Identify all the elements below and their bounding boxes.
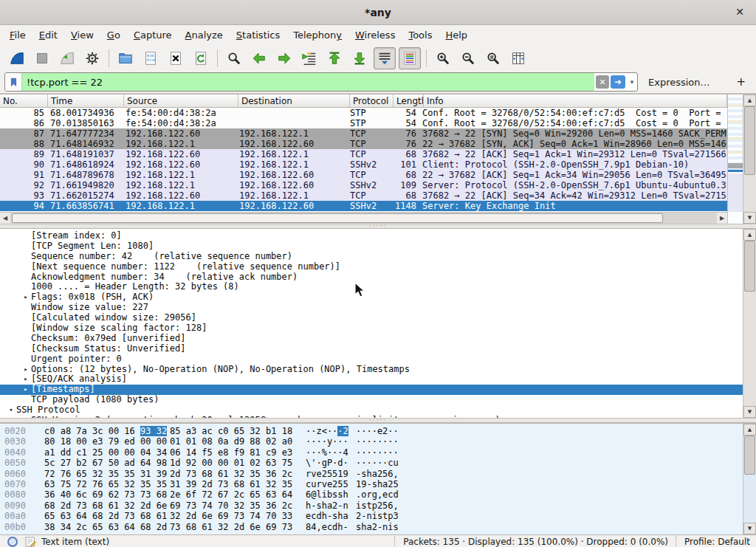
menu-telephony[interactable]: Telephony (286, 27, 348, 43)
detail-line[interactable]: TCP payload (1080 bytes) (0, 395, 743, 405)
go-to-packet-icon[interactable] (298, 47, 320, 69)
column-header-length[interactable]: Length (394, 94, 424, 107)
hex-row-00b0[interactable]: 00b038 34 2c 65 63 64 68 2d73 68 61 32 2… (0, 522, 743, 532)
hscroll-thumb[interactable] (12, 213, 663, 223)
detail-line[interactable]: ▸[SEQ/ACK analysis] (0, 374, 743, 385)
detail-line[interactable]: [TCP Segment Len: 1080] (0, 241, 743, 252)
close-file-icon[interactable] (165, 47, 187, 69)
detail-line[interactable]: [Window size scaling factor: 128] (0, 323, 743, 334)
expand-arrow-icon[interactable]: ▸ (21, 385, 31, 395)
detail-line[interactable]: [Calculated window size: 29056] (0, 313, 743, 323)
expand-arrow-icon[interactable]: ▸ (21, 365, 31, 375)
go-last-icon[interactable] (348, 47, 371, 69)
go-first-icon[interactable] (323, 47, 346, 69)
detail-line[interactable]: ▸Options: (12 bytes), No-Operation (NOP)… (0, 365, 743, 375)
hex-row-0080[interactable]: 008036 40 6c 69 62 73 73 682e 6f 72 67 2… (0, 489, 743, 500)
column-header-info[interactable]: Info (424, 94, 727, 107)
resize-columns-icon[interactable] (507, 47, 529, 69)
reload-file-icon[interactable] (190, 47, 212, 69)
filter-clear-icon[interactable]: ✕ (596, 75, 609, 89)
hex-row-0090[interactable]: 009068 2d 73 68 61 32 2d 6e69 73 74 70 3… (0, 500, 743, 511)
hex-row-0050[interactable]: 00505c 27 b2 67 50 ad 64 981d 92 00 00 0… (0, 458, 743, 468)
pane-splitter[interactable]: ····· (0, 224, 756, 229)
save-file-icon[interactable]: 01010110 (140, 47, 162, 69)
detail-line[interactable]: [Checksum Status: Unverified] (0, 344, 743, 354)
menu-help[interactable]: Help (439, 27, 474, 43)
find-packet-icon[interactable] (223, 47, 245, 69)
detail-line[interactable]: Window size value: 227 (0, 303, 743, 313)
capture-comment-icon[interactable] (24, 535, 37, 547)
column-header-source[interactable]: Source (124, 94, 238, 107)
close-icon[interactable]: ✕ (732, 4, 747, 19)
detail-line[interactable]: ▾SSH Protocol (0, 405, 743, 416)
packet-minimap[interactable] (727, 94, 743, 224)
hex-row-0020[interactable]: 0020c0 a8 7a 3c 00 16 93 3285 a3 ac c0 6… (0, 426, 743, 436)
scroll-left-icon[interactable]: ◀ (0, 215, 10, 221)
column-header-protocol[interactable]: Protocol (350, 94, 394, 107)
column-header-time[interactable]: Time (48, 94, 124, 107)
hex-row-0070[interactable]: 007063 75 72 76 65 32 35 3531 39 2d 73 6… (0, 479, 743, 489)
scroll-down-icon[interactable]: ▼ (743, 406, 756, 418)
restart-capture-icon[interactable] (56, 47, 78, 69)
filter-dropdown-icon[interactable]: ▾ (627, 78, 637, 86)
zoom-original-icon[interactable] (482, 47, 504, 69)
hex-row-0030[interactable]: 003080 18 00 e3 79 ed 00 0001 01 08 0a d… (0, 436, 743, 447)
zoom-out-icon[interactable] (457, 47, 479, 69)
vscroll-thumb[interactable] (744, 241, 755, 292)
vscroll-thumb[interactable] (744, 106, 755, 175)
stop-capture-icon[interactable] (31, 47, 53, 69)
scroll-up-icon[interactable]: ▲ (743, 424, 756, 436)
column-header-no[interactable]: No. (0, 94, 48, 107)
packet-row-87[interactable]: 8771.647777234192.168.122.60192.168.122.… (0, 128, 727, 139)
hex-row-0060[interactable]: 006072 76 65 32 35 35 31 392d 73 68 61 3… (0, 469, 743, 479)
scroll-up-icon[interactable]: ▲ (743, 94, 756, 106)
menu-capture[interactable]: Capture (127, 27, 179, 43)
hscroll-track[interactable] (10, 213, 717, 224)
scroll-right-icon[interactable]: ▶ (717, 215, 727, 221)
menu-view[interactable]: View (64, 27, 100, 43)
open-file-icon[interactable] (114, 47, 137, 69)
zoom-in-icon[interactable] (432, 47, 454, 69)
menu-file[interactable]: File (3, 27, 32, 43)
packet-row-86[interactable]: 8670.013850163fe:54:00:d4:38:2aSTP54Conf… (0, 118, 727, 128)
detail-line[interactable]: [Stream index: 0] (0, 231, 743, 241)
display-filter-input[interactable] (22, 73, 594, 91)
hex-row-0040[interactable]: 0040a1 dd c1 25 00 00 04 3406 14 f5 e8 f… (0, 447, 743, 458)
packet-list-vscrollbar[interactable]: ▲ ▼ (743, 94, 756, 224)
packet-row-92[interactable]: 9271.661949820192.168.122.1192.168.122.6… (0, 180, 727, 190)
colorize-icon[interactable] (399, 47, 421, 69)
menu-tools[interactable]: Tools (402, 27, 439, 43)
packet-row-93[interactable]: 9371.662015274192.168.122.60192.168.122.… (0, 190, 727, 201)
go-forward-icon[interactable] (273, 47, 295, 69)
detail-line[interactable]: 1000 .... = Header Length: 32 bytes (8) (0, 282, 743, 292)
packet-list-hscrollbar[interactable]: ◀ ▶ (0, 212, 727, 224)
pane-splitter[interactable]: ····· (0, 418, 756, 423)
capture-options-icon[interactable] (81, 47, 103, 69)
expand-arrow-icon[interactable]: ▸ (21, 374, 31, 385)
details-vscrollbar[interactable]: ▲ ▼ (743, 229, 756, 418)
detail-line[interactable]: Acknowledgment number: 34 (relative ack … (0, 272, 743, 283)
menu-edit[interactable]: Edit (32, 27, 64, 43)
vscroll-thumb[interactable] (744, 436, 755, 475)
status-profile[interactable]: Profile: Default (684, 537, 750, 547)
go-back-icon[interactable] (248, 47, 270, 69)
scroll-up-icon[interactable]: ▲ (743, 229, 756, 241)
detail-line[interactable]: ▸Flags: 0x018 (PSH, ACK) (0, 292, 743, 303)
filter-apply-icon[interactable]: ➜ (611, 75, 625, 89)
menu-wireless[interactable]: Wireless (348, 27, 402, 43)
auto-scroll-icon[interactable] (374, 47, 396, 69)
detail-line[interactable]: Urgent pointer: 0 (0, 354, 743, 365)
expand-arrow-icon[interactable]: ▾ (6, 405, 16, 416)
scroll-down-icon[interactable]: ▼ (743, 212, 756, 224)
packet-row-89[interactable]: 8971.648191037192.168.122.60192.168.122.… (0, 149, 727, 159)
hex-vscrollbar[interactable]: ▲ ▼ (743, 424, 756, 534)
expand-arrow-icon[interactable]: ▸ (21, 292, 31, 303)
detail-line[interactable]: Sequence number: 42 (relative sequence n… (0, 252, 743, 262)
bookmark-icon[interactable] (5, 73, 22, 91)
packet-row-91[interactable]: 9171.648789678192.168.122.1192.168.122.6… (0, 170, 727, 180)
detail-line[interactable]: Checksum: 0x79ed [unverified] (0, 334, 743, 344)
packet-row-90[interactable]: 9071.648618924192.168.122.60192.168.122.… (0, 159, 727, 170)
menu-analyze[interactable]: Analyze (179, 27, 230, 43)
packet-row-94[interactable]: 9471.663856741192.168.122.1192.168.122.6… (0, 201, 727, 211)
add-filter-button[interactable]: + (736, 75, 746, 89)
